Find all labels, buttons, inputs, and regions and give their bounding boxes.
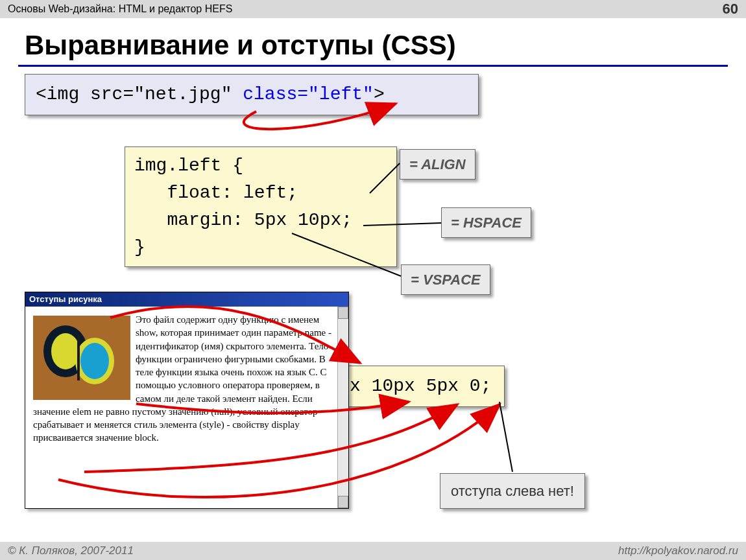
note-box: отступа слева нет!	[440, 473, 585, 509]
preview-titlebar: Отступы рисунка	[25, 292, 348, 307]
header-bar: Основы Web-дизайна: HTML и редактор HEFS…	[0, 0, 746, 18]
course-name: Основы Web-дизайна: HTML и редактор HEFS	[8, 3, 232, 15]
svg-point-3	[80, 343, 109, 379]
css-l2: float: left;	[134, 180, 387, 207]
preview-image	[33, 316, 130, 400]
footer-url: http://kpolyakov.narod.ru	[618, 544, 738, 557]
slide-title: Выравнивание и отступы (CSS)	[25, 30, 746, 61]
label-hspace: = HSPACE	[441, 207, 531, 238]
code-html-p3: >	[374, 84, 385, 104]
css-l3: margin: 5px 10px;	[134, 207, 387, 234]
css-l4: }	[134, 234, 387, 261]
label-vspace: = VSPACE	[401, 264, 490, 295]
svg-rect-5	[77, 335, 80, 380]
svg-line-9	[499, 402, 512, 472]
css-l1: img.left {	[134, 152, 387, 180]
preview-content: Это файл содержит одну функцию с именем …	[25, 307, 348, 508]
css-code-box: img.left { float: left; margin: 5px 10px…	[125, 146, 397, 267]
label-align: = ALIGN	[400, 149, 475, 180]
browser-preview: Отступы рисунка Это файл содержит одну ф…	[25, 292, 349, 509]
code-html-class: class="left"	[243, 84, 374, 104]
footer-copyright: © К. Поляков, 2007-2011	[8, 544, 134, 557]
page-number: 60	[723, 1, 738, 18]
code-html-p1: <img src="net.jpg"	[36, 84, 243, 104]
preview-scrollbar[interactable]	[337, 307, 348, 508]
title-rule	[18, 65, 728, 67]
svg-point-4	[51, 333, 80, 369]
footer-bar: © К. Поляков, 2007-2011 http://kpolyakov…	[0, 542, 746, 560]
html-code-box: <img src="net.jpg" class="left">	[25, 74, 479, 115]
